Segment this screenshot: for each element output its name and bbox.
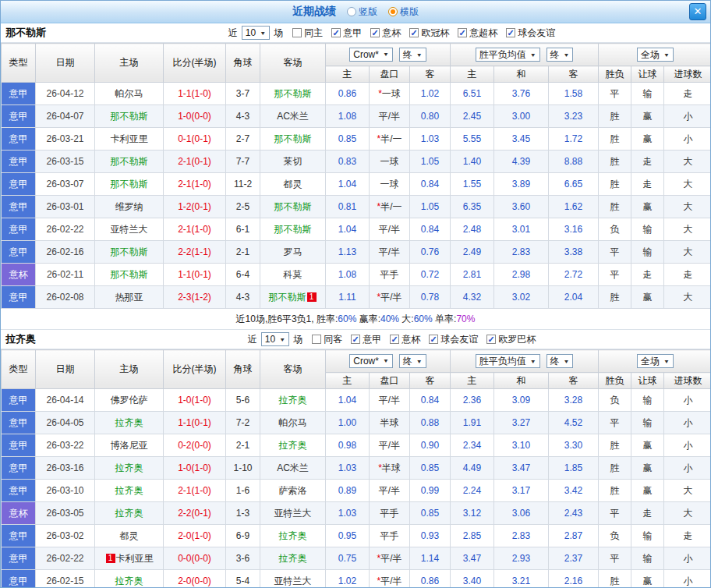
result-cell: 胜 xyxy=(599,434,631,457)
column-header: 角球 xyxy=(226,350,260,389)
result-cell: 赢 xyxy=(631,196,664,218)
score-cell: 2-1(1-0) xyxy=(164,218,226,241)
window-title: 近期战绩 xyxy=(292,5,336,19)
result-cell: 小 xyxy=(664,570,711,588)
avg-draw-cell: 3.06 xyxy=(494,502,549,525)
team-section-1: 拉齐奥 近 10▼ 场 同客✓意甲✓意杯✓球会友谊✓欧罗巴杯 类型日期主场比分(… xyxy=(1,330,710,588)
filter-checkbox-4[interactable]: ✓意超杯 xyxy=(458,27,497,40)
away-odds-cell: 0.84 xyxy=(410,389,451,412)
match-date: 26-03-02 xyxy=(36,525,95,547)
result-cell: 负 xyxy=(599,218,631,241)
result-cell: 胜 xyxy=(599,286,631,309)
avg-away-cell: 3.38 xyxy=(549,241,599,264)
result-cell: 赢 xyxy=(631,457,664,480)
avg-final-select[interactable]: 终▼ xyxy=(547,354,574,368)
odds-group-header: Crow*▼终▼ xyxy=(326,44,451,66)
avg-draw-cell: 3.47 xyxy=(494,457,549,480)
filter-checkbox-2[interactable]: ✓意杯 xyxy=(390,333,420,346)
away-odds-cell: 0.76 xyxy=(410,241,451,264)
team-label: 都灵 xyxy=(284,179,302,190)
result-cell: 大 xyxy=(664,286,711,309)
filter-checkbox-0[interactable]: 同客 xyxy=(312,333,342,346)
filter-checkbox-1[interactable]: ✓意甲 xyxy=(351,333,381,346)
away-team-cell: 拉齐奥 xyxy=(260,389,326,412)
home-odds-cell: 0.85 xyxy=(326,128,370,151)
handicap-cell: 平/半 xyxy=(370,241,410,264)
result-cell: 走 xyxy=(664,525,711,547)
league-badge: 意甲 xyxy=(2,525,36,547)
odds-final-select[interactable]: 终▼ xyxy=(399,48,426,62)
dropdown-arrow-icon: ▼ xyxy=(663,51,670,58)
result-cell: 大 xyxy=(664,241,711,264)
match-row: 意甲 26-02-08 热那亚 2-3(1-2) 4-3 那不勒斯1 1.11 … xyxy=(2,286,711,309)
odds-final-select[interactable]: 终▼ xyxy=(399,354,426,368)
bookmaker-select[interactable]: Crow*▼ xyxy=(349,354,393,368)
team-label: 萨索洛 xyxy=(279,485,307,496)
underdog-star: * xyxy=(378,88,382,99)
filter-checkbox-3[interactable]: ✓球会友谊 xyxy=(429,333,478,346)
away-team-cell: 科莫 xyxy=(260,264,326,286)
result-cell: 胜 xyxy=(599,105,631,128)
filter-checkbox-3[interactable]: ✓欧冠杯 xyxy=(409,27,449,40)
filter-label: 意杯 xyxy=(401,333,420,346)
avg-away-cell: 1.62 xyxy=(549,196,599,218)
result-cell: 平 xyxy=(599,241,631,264)
avg-draw-cell: 2.83 xyxy=(494,525,549,547)
avg-draw-cell: 3.00 xyxy=(494,105,549,128)
home-odds-cell: 0.75 xyxy=(326,547,370,570)
away-odds-cell: 0.84 xyxy=(410,173,451,196)
away-odds-cell: 0.99 xyxy=(410,480,451,502)
avg-draw-cell: 3.21 xyxy=(494,570,549,588)
team-label: 热那亚 xyxy=(115,292,143,303)
away-odds-cell: 0.86 xyxy=(410,570,451,588)
handicap-cell: *半/一 xyxy=(370,128,410,151)
corners-cell: 6-1 xyxy=(226,218,260,241)
filter-checkbox-1[interactable]: ✓意甲 xyxy=(331,27,362,40)
result-cell: 走 xyxy=(631,173,664,196)
avg-away-cell: 6.65 xyxy=(549,173,599,196)
score-cell: 2-0(0-0) xyxy=(164,570,226,588)
radio-vertical[interactable]: 竖版 xyxy=(347,5,377,19)
underdog-star: * xyxy=(377,553,380,564)
sub-column-header: 盘口 xyxy=(370,66,410,83)
close-button[interactable]: ✕ xyxy=(689,3,706,20)
full-match-select[interactable]: 全场▼ xyxy=(637,48,674,62)
match-count-select[interactable]: 10▼ xyxy=(261,332,289,346)
column-header: 主场 xyxy=(95,44,164,83)
team-label: 亚特兰大 xyxy=(111,224,148,235)
summary-segment: 70% xyxy=(456,313,475,324)
bookmaker-select[interactable]: Crow*▼ xyxy=(349,48,393,62)
sub-column-header: 胜负 xyxy=(599,373,631,389)
away-team-cell: 帕尔马 xyxy=(260,412,326,434)
avg-odds-select[interactable]: 胜平负均值▼ xyxy=(476,354,540,368)
home-team-cell: 拉齐奥 xyxy=(95,480,164,502)
team-label: 维罗纳 xyxy=(115,201,143,212)
radio-vertical-dot-icon xyxy=(347,7,356,16)
match-count-select[interactable]: 10▼ xyxy=(242,26,270,40)
corners-cell: 2-1 xyxy=(226,434,260,457)
filter-checkbox-0[interactable]: 同主 xyxy=(292,27,323,40)
filter-checkbox-5[interactable]: ✓球会友谊 xyxy=(506,27,555,40)
filter-label: 意甲 xyxy=(343,27,362,40)
radio-horizontal[interactable]: 横版 xyxy=(388,5,419,19)
filter-checkbox-4[interactable]: ✓欧罗巴杯 xyxy=(486,333,536,346)
team-name: 那不勒斯 xyxy=(5,26,73,40)
avg-away-cell: 1.58 xyxy=(549,83,599,105)
home-team-cell: 博洛尼亚 xyxy=(95,434,164,457)
handicap-cell: 一球 xyxy=(370,151,410,173)
avg-final-select[interactable]: 终▼ xyxy=(547,48,574,62)
handicap-cell: 平/半 xyxy=(370,389,410,412)
sub-column-header: 让球 xyxy=(631,373,664,389)
filter-checkbox-2[interactable]: ✓意杯 xyxy=(370,27,401,40)
score-cell: 2-0(1-0) xyxy=(164,525,226,547)
avg-home-cell: 3.12 xyxy=(451,502,494,525)
corners-cell: 5-6 xyxy=(226,389,260,412)
summary-segment: 40% xyxy=(380,313,399,324)
corners-cell: 2-1 xyxy=(226,241,260,264)
titlebar-center: 近期战绩 竖版 横版 xyxy=(292,5,419,19)
avg-odds-select[interactable]: 胜平负均值▼ xyxy=(476,48,540,62)
filter-controls: 近 10▼ 场 同主✓意甲✓意杯✓欧冠杯✓意超杯✓球会友谊 xyxy=(73,26,710,40)
full-match-select[interactable]: 全场▼ xyxy=(637,354,674,368)
avg-draw-cell: 3.02 xyxy=(494,286,549,309)
home-odds-cell: 1.04 xyxy=(326,389,370,412)
